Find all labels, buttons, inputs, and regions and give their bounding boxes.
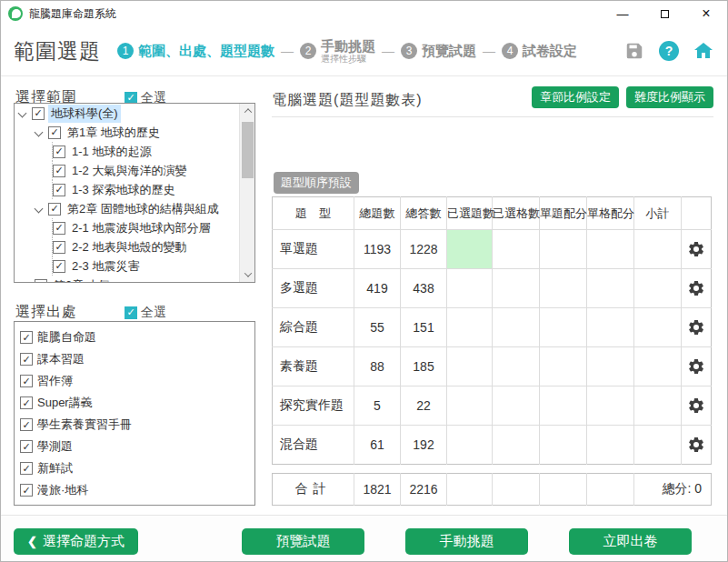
source-item[interactable]: ✓ Super講義 [20,392,249,414]
help-icon[interactable]: ? [658,40,680,62]
chapter-ratio-button[interactable]: 章節比例設定 [532,86,619,108]
source-item[interactable]: ✓ 學測題 [20,436,249,457]
tree-checkbox[interactable]: ✓ [53,165,65,177]
tree-item-label[interactable]: 1-3 探索地球的歷史 [69,181,177,199]
tree-item-chapter-clipped[interactable]: 第3章 大氣 [15,276,239,282]
tree-item-label[interactable]: 第1章 地球的歷史 [65,124,163,142]
source-item[interactable]: ✓ 龍騰自命題 [20,326,249,348]
step-3[interactable]: 3 預覽試題 [401,43,476,60]
source-checkbox[interactable]: ✓ [20,331,33,344]
selected-questions-input[interactable] [447,386,493,426]
tree-item-section[interactable]: ✓ 1-2 大氣與海洋的演變 [15,161,239,180]
source-item[interactable]: ✓ 課本習題 [20,348,249,370]
tree-item-label[interactable]: 1-1 地球的起源 [69,143,154,161]
tree-checkbox[interactable] [35,279,47,283]
row-settings-gear-icon[interactable] [682,347,712,386]
score-per-blank-cell[interactable] [587,347,634,386]
selected-blanks-cell[interactable] [493,269,540,308]
source-item[interactable]: ✓ 新鮮試 [20,457,249,479]
selected-blanks-cell[interactable] [493,347,540,386]
tree-item-label[interactable]: 2-2 地表與地殼的變動 [69,238,189,256]
source-checkbox[interactable]: ✓ [20,375,33,387]
close-button[interactable]: × [685,1,727,26]
tree-checkbox[interactable]: ✓ [53,184,65,196]
tree-item-label[interactable]: 1-2 大氣與海洋的演變 [69,162,189,180]
source-item[interactable]: ✓ 習作簿 [20,370,249,392]
source-item[interactable]: ✓ 學生素養實習手冊 [20,414,249,436]
selected-blanks-cell[interactable] [493,308,540,347]
source-select-all[interactable]: ✓ 全選 [125,305,166,321]
scroll-down-icon[interactable] [240,267,255,282]
tree-checkbox[interactable]: ✓ [53,241,65,254]
score-per-blank-cell[interactable] [587,386,634,426]
selected-blanks-cell[interactable] [493,426,540,465]
step-1[interactable]: 1 範圍、出處、題型題數 [117,43,274,60]
generate-paper-button[interactable]: 立即出卷 [569,528,692,555]
tree-checkbox[interactable]: ✓ [53,260,65,273]
row-settings-gear-icon[interactable] [682,269,712,308]
tree-item-chapter[interactable]: ✓ 第1章 地球的歷史 [15,123,239,142]
source-checkbox[interactable]: ✓ [20,418,33,431]
tree-item-section[interactable]: ✓ 1-1 地球的起源 [15,142,239,161]
selected-questions-input[interactable] [447,426,493,465]
selected-questions-input[interactable] [447,308,493,347]
score-per-blank-cell[interactable] [587,230,634,269]
preview-questions-button[interactable]: 預覽試題 [242,528,364,555]
scroll-up-icon[interactable] [240,104,255,118]
scrollbar-thumb[interactable] [242,122,254,178]
source-item[interactable]: ✓ 漫旅·地科 [20,479,249,501]
row-settings-gear-icon[interactable] [682,308,712,347]
collapse-chevron-icon[interactable] [35,128,44,137]
tree-item-chapter[interactable]: ✓ 第2章 固體地球的結構與組成 [15,199,239,218]
tree-item-label[interactable]: 2-1 地震波與地球內部分層 [69,219,213,237]
score-per-question-cell[interactable] [540,230,587,269]
tree-item-section[interactable]: ✓ 1-3 探索地球的歷史 [15,180,239,199]
row-settings-gear-icon[interactable] [682,426,712,465]
tree-checkbox[interactable]: ✓ [32,107,45,120]
source-checkbox[interactable]: ✓ [20,484,33,497]
tree-item-root[interactable]: ✓ 地球科學(全) [15,104,239,123]
row-settings-gear-icon[interactable] [682,386,712,426]
collapse-chevron-icon[interactable] [35,205,44,214]
collapse-chevron-icon[interactable] [18,109,27,118]
tree-checkbox[interactable]: ✓ [48,203,61,216]
minimize-button[interactable]: — [602,1,643,26]
source-checkbox[interactable]: ✓ [20,440,33,453]
score-per-question-cell[interactable] [540,347,587,386]
source-checkbox[interactable]: ✓ [20,462,33,475]
score-per-blank-cell[interactable] [587,269,634,308]
score-per-question-cell[interactable] [540,308,587,347]
score-per-question-cell[interactable] [540,386,587,426]
score-per-blank-cell[interactable] [587,426,634,465]
tree-item-section[interactable]: ✓ 2-1 地震波與地球內部分層 [15,218,239,237]
difficulty-ratio-button[interactable]: 難度比例顯示 [626,86,713,108]
score-per-question-cell[interactable] [540,426,587,465]
tree-item-label[interactable]: 第2章 固體地球的結構與組成 [65,200,222,218]
tree-item-label[interactable]: 第3章 大氣 [51,276,114,283]
save-icon[interactable] [623,40,645,62]
step-2[interactable]: 2 手動挑題 選擇性步驟 [300,39,375,64]
selected-blanks-cell[interactable] [493,386,540,426]
selected-blanks-cell[interactable] [493,230,540,269]
tree-item-label[interactable]: 2-3 地震災害 [69,257,142,276]
selected-questions-input[interactable] [447,347,493,386]
back-to-method-button[interactable]: ❮ 選擇命題方式 [14,528,138,555]
manual-pick-button[interactable]: 手動挑題 [405,528,528,555]
tree-scrollbar[interactable] [239,104,254,282]
score-per-blank-cell[interactable] [587,308,634,347]
tree-item-label[interactable]: 地球科學(全) [48,105,121,123]
maximize-button[interactable] [643,1,685,26]
source-select-all-checkbox[interactable]: ✓ [125,306,137,319]
source-checkbox[interactable]: ✓ [20,396,33,409]
tree-checkbox[interactable]: ✓ [53,146,65,158]
selected-questions-input[interactable] [447,269,493,308]
question-order-tag[interactable]: 題型順序預設 [274,172,359,194]
tree-item-section[interactable]: ✓ 2-3 地震災害 [15,256,239,276]
tree-item-section[interactable]: ✓ 2-2 地表與地殼的變動 [15,237,239,256]
home-icon[interactable] [693,40,714,62]
selected-questions-input[interactable] [447,230,493,269]
step-4[interactable]: 4 試卷設定 [502,43,577,60]
row-settings-gear-icon[interactable] [682,230,712,269]
tree-checkbox[interactable]: ✓ [48,126,61,139]
source-checkbox[interactable]: ✓ [20,353,33,366]
